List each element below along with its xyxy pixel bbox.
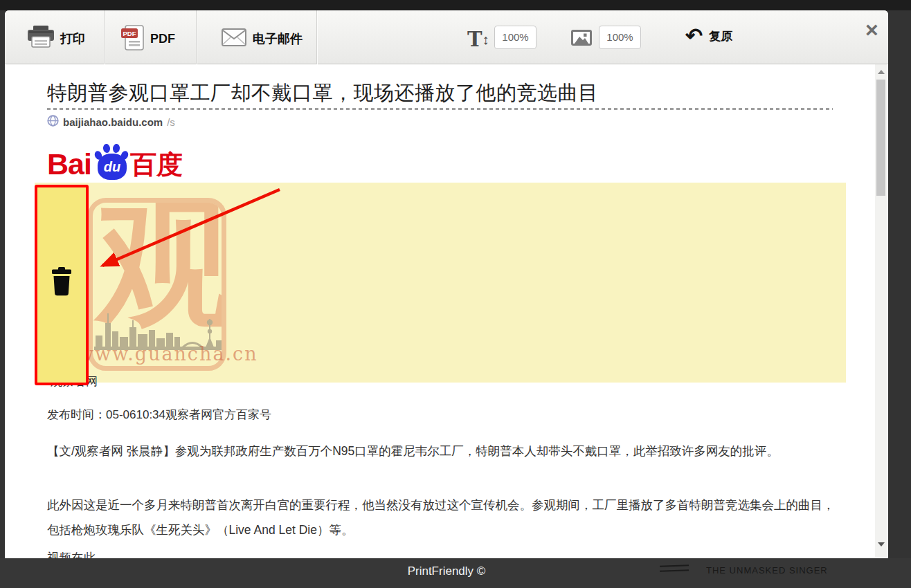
scrollbar-thumb[interactable]: [876, 80, 885, 196]
image-size-select[interactable]: 100%: [599, 26, 641, 49]
publish-time-line[interactable]: 发布时间：05-0610:34观察者网官方百家号: [47, 407, 271, 423]
print-button[interactable]: 打印: [28, 26, 85, 51]
image-size-control: [571, 30, 592, 48]
delete-image-zone[interactable]: [35, 185, 89, 385]
article-paragraph[interactable]: 【文/观察者网 张晨静】参观为联邦政府生产数百万个N95口罩的霍尼韦尔工厂，特朗…: [47, 439, 838, 463]
text-size-select[interactable]: 100%: [494, 26, 536, 49]
toolbar-separator: [104, 10, 105, 64]
source-domain: baijiahao.baidu.com: [63, 116, 163, 128]
email-button-label: 电子邮件: [253, 30, 303, 47]
baidu-paw-icon: du: [93, 143, 132, 181]
baidu-logo-cn: 百度: [130, 148, 183, 181]
printfriendly-preview-modal: 打印 PDF PDF 电子邮件: [5, 10, 888, 558]
baidu-logo[interactable]: Bai du 百度: [47, 143, 183, 181]
title-dashed-divider: [47, 108, 833, 110]
baidu-logo-bai: Bai: [47, 147, 91, 181]
backdrop-top-strip: [0, 0, 911, 10]
trash-icon: [51, 267, 72, 299]
article-title[interactable]: 特朗普参观口罩工厂却不戴口罩，现场还播放了他的竞选曲目: [47, 79, 836, 107]
text-size-icon: T↕: [467, 28, 489, 51]
source-path: /s: [167, 116, 175, 128]
toolbar-separator: [316, 10, 317, 64]
watermark-site-text: www.guancha.cn: [78, 343, 258, 365]
footer-doodle-signature: [660, 564, 689, 573]
toolbar-separator: [196, 10, 197, 64]
text-size-control: T↕: [467, 28, 489, 51]
footer-bar: PrintFriendly © THE UNMASKED SINGER: [0, 558, 911, 588]
source-url-row: baijiahao.baidu.com /s: [47, 115, 175, 129]
close-icon[interactable]: ×: [865, 19, 878, 41]
scrollbar-down-arrow[interactable]: [878, 542, 885, 546]
undo-button-label: 复原: [709, 28, 732, 44]
image-icon: [571, 36, 592, 48]
envelope-icon: [222, 28, 246, 49]
pdf-button[interactable]: PDF PDF: [121, 24, 175, 53]
pdf-file-icon: PDF: [121, 24, 144, 53]
globe-icon: [47, 115, 59, 129]
page: { "toolbar": { "print": { "label": "打印",…: [0, 0, 911, 588]
svg-text:PDF: PDF: [123, 30, 136, 37]
printer-icon: [28, 26, 54, 51]
article-paragraph[interactable]: 此外因这是近一个多月来特朗普首次离开白宫的重要行程，他当然没有放过这个宣传机会。…: [47, 493, 838, 542]
article-paragraph-clipped[interactable]: 视频在此: [47, 545, 838, 558]
scrollbar-up-arrow[interactable]: [878, 70, 885, 74]
toolbar: 打印 PDF PDF 电子邮件: [5, 10, 888, 64]
pdf-button-label: PDF: [150, 32, 175, 46]
undo-button[interactable]: ↶ 复原: [685, 26, 732, 46]
baidu-logo-du: du: [93, 159, 132, 175]
footer-background-text: THE UNMASKED SINGER: [706, 565, 828, 576]
email-button[interactable]: 电子邮件: [222, 28, 303, 49]
print-button-label: 打印: [60, 30, 85, 47]
undo-arrow-icon: ↶: [685, 26, 703, 46]
